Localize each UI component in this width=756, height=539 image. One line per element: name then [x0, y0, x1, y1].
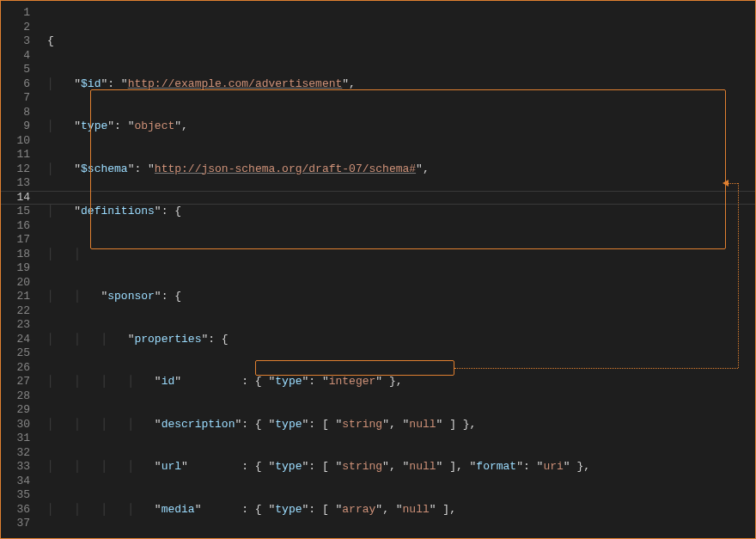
- line-number: 4: [1, 49, 42, 64]
- line-number: 9: [1, 119, 42, 134]
- code-line[interactable]: │ │ │ "properties": {: [47, 333, 748, 347]
- line-number: 6: [1, 77, 42, 92]
- line-number: 34: [1, 475, 42, 489]
- line-number: 12: [1, 162, 42, 177]
- line-number: 13: [1, 176, 42, 191]
- code-line[interactable]: │ │ "sponsor": {: [47, 290, 748, 304]
- line-number: 2: [1, 21, 42, 35]
- code-line[interactable]: │ │ │ │ "id" : { "type": "integer" },: [47, 375, 748, 389]
- code-area[interactable]: { │ "$id": "http://example.com/advertise…: [47, 6, 748, 539]
- line-number: 19: [1, 261, 42, 276]
- line-number: 32: [1, 446, 42, 461]
- code-line[interactable]: │ "$id": "http://example.com/advertiseme…: [47, 77, 748, 92]
- code-line[interactable]: │ "$schema": "http://json-schema.org/dra…: [47, 162, 748, 177]
- line-number: 25: [1, 346, 42, 361]
- line-number: 23: [1, 318, 42, 333]
- line-number: 36: [1, 503, 42, 518]
- line-number: 16: [1, 219, 42, 234]
- code-line[interactable]: │ │ │ │ "description": { "type": [ "stri…: [47, 418, 748, 432]
- code-line[interactable]: │ │ │ │ "url" : { "type": [ "string", "n…: [47, 460, 748, 475]
- line-number: 22: [1, 304, 42, 319]
- line-number: 15: [1, 205, 42, 219]
- annotation-arrowhead-icon: [722, 180, 729, 187]
- line-number: 24: [1, 333, 42, 347]
- line-number: 3: [1, 34, 42, 49]
- line-number: 29: [1, 403, 42, 418]
- line-number-gutter: 1 2 3 4 5 6 7 8 9 10 11 12 13 14 15 16 1…: [1, 6, 42, 531]
- line-number: 7: [1, 91, 42, 106]
- line-number: 30: [1, 418, 42, 432]
- line-number: 5: [1, 63, 42, 77]
- code-line[interactable]: │ "definitions": {: [47, 205, 748, 219]
- annotation-arrow-h1: [454, 368, 738, 369]
- code-line[interactable]: │ │: [47, 248, 748, 262]
- line-number: 37: [1, 517, 42, 531]
- line-number: 27: [1, 375, 42, 389]
- editor-frame: 1 2 3 4 5 6 7 8 9 10 11 12 13 14 15 16 1…: [0, 0, 756, 539]
- annotation-arrow-v: [738, 183, 739, 368]
- line-number: 20: [1, 276, 42, 291]
- line-number: 31: [1, 432, 42, 446]
- line-number: 17: [1, 233, 42, 248]
- line-number: 18: [1, 248, 42, 262]
- line-number: 8: [1, 106, 42, 120]
- line-number: 35: [1, 488, 42, 503]
- line-number: 26: [1, 361, 42, 376]
- annotation-arrow-h2: [728, 183, 738, 184]
- code-line[interactable]: │ │ │ │ "media" : { "type": [ "array", "…: [47, 503, 748, 518]
- line-number: 21: [1, 290, 42, 304]
- line-number: 11: [1, 148, 42, 162]
- line-number: 28: [1, 389, 42, 404]
- line-number: 10: [1, 134, 42, 149]
- code-line[interactable]: │ "type": "object",: [47, 119, 748, 134]
- code-line[interactable]: {: [47, 34, 748, 49]
- line-number: 33: [1, 460, 42, 475]
- line-number: 1: [1, 6, 42, 21]
- line-number: 14: [1, 191, 42, 205]
